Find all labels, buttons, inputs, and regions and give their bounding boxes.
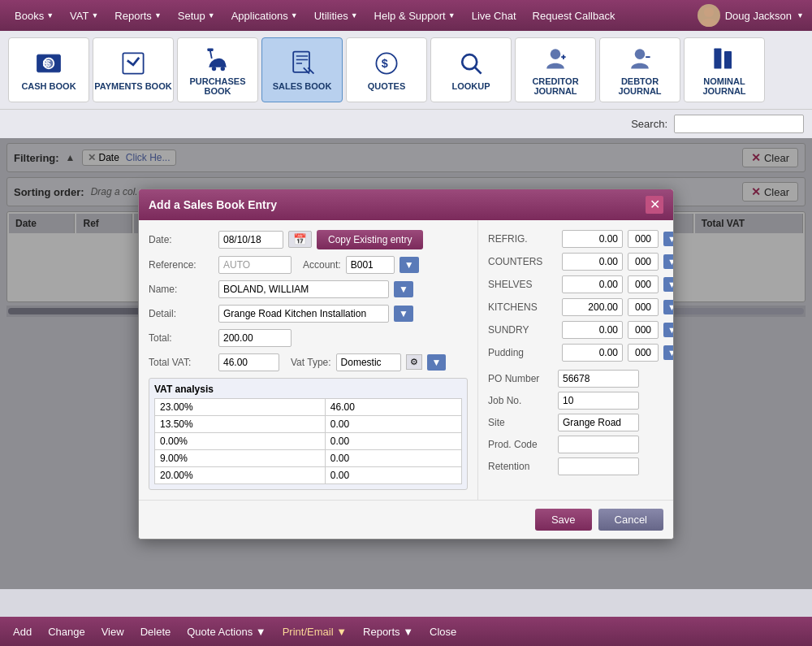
search-input[interactable] [674, 115, 804, 133]
bottom-print-email[interactable]: Print/Email ▼ [276, 623, 353, 640]
vat-rate: 13.50% [155, 415, 326, 432]
date-label: Date: [149, 234, 214, 245]
nav-live-chat[interactable]: Live Chat [465, 7, 523, 25]
po-field-input[interactable] [558, 414, 639, 431]
dialog-close-button[interactable]: ✕ [646, 196, 663, 214]
right-field-label: COUNTERS [488, 256, 557, 267]
right-field-input[interactable] [562, 344, 623, 362]
vat-type-special[interactable]: ⚙ [406, 354, 422, 370]
right-field-code[interactable] [628, 321, 659, 339]
nav-utilities[interactable]: Utilities ▼ [308, 7, 365, 25]
right-field-dropdown[interactable]: ▼ [663, 323, 674, 337]
right-field-dropdown[interactable]: ▼ [663, 254, 674, 269]
vat-row: 0.00%0.00 [155, 432, 462, 449]
icon-lookup[interactable]: LOOKUP [430, 37, 512, 102]
reference-label: Reference: [149, 259, 214, 271]
right-field-input[interactable] [562, 275, 623, 293]
po-field-input[interactable] [558, 436, 639, 453]
bottom-delete[interactable]: Delete [134, 623, 178, 640]
icon-debtor-journal[interactable]: DEBTOR JOURNAL [599, 37, 680, 102]
account-dropdown[interactable]: ▼ [400, 257, 419, 273]
icon-cash-book[interactable]: $$ CASH BOOK [8, 37, 89, 102]
dialog-right: REFRIG. ▼ COUNTERS ▼ SHELVES ▼ KITCHENS … [478, 220, 673, 500]
total-vat-input[interactable] [218, 353, 279, 371]
detail-dropdown[interactable]: ▼ [394, 306, 413, 322]
date-picker-button[interactable]: 📅 [288, 231, 312, 248]
svg-rect-10 [207, 48, 213, 51]
total-input[interactable] [218, 329, 292, 347]
po-field-input[interactable] [558, 370, 639, 388]
nav-books-arrow: ▼ [46, 11, 54, 20]
icon-purchases-book[interactable]: PURCHASES BOOK [177, 37, 258, 102]
icon-payments-book[interactable]: PAYMENTS BOOK [93, 37, 174, 102]
icon-creditor-journal[interactable]: CREDITOR JOURNAL [515, 37, 596, 102]
vat-type-dropdown[interactable]: ▼ [427, 354, 447, 371]
user-avatar [698, 4, 720, 27]
dialog-header: Add a Sales Book Entry ✕ [139, 189, 673, 220]
nav-utilities-arrow: ▼ [351, 11, 358, 20]
right-field-dropdown[interactable]: ▼ [663, 277, 674, 292]
bottom-add[interactable]: Add [6, 623, 38, 640]
vat-row: 20.00%0.00 [155, 466, 462, 483]
bottom-view[interactable]: View [95, 623, 131, 640]
nav-reports[interactable]: Reports ▼ [108, 7, 167, 25]
bottom-close[interactable]: Close [423, 623, 463, 640]
nav-vat[interactable]: VAT ▼ [63, 7, 105, 25]
bottom-change[interactable]: Change [41, 623, 92, 640]
reference-account-row: Reference: Account: ▼ [149, 256, 468, 274]
right-field-input[interactable] [562, 298, 623, 316]
right-fields: REFRIG. ▼ COUNTERS ▼ SHELVES ▼ KITCHENS … [488, 230, 663, 362]
right-field-code[interactable] [628, 275, 659, 293]
right-field-code[interactable] [628, 298, 659, 316]
vat-type-label: Vat Type: [291, 357, 331, 368]
po-field-input[interactable] [558, 392, 639, 410]
dialog-body: Date: 📅 Copy Existing entry Reference: A… [139, 220, 673, 500]
icon-quotes[interactable]: $ QUOTES [346, 37, 427, 102]
nav-books[interactable]: Books ▼ [8, 7, 60, 25]
nav-applications[interactable]: Applications ▼ [225, 7, 304, 25]
right-field-dropdown[interactable]: ▼ [663, 300, 674, 314]
nav-vat-arrow: ▼ [91, 11, 98, 20]
detail-input[interactable] [218, 305, 389, 323]
po-field-row: Site [488, 414, 663, 431]
date-input[interactable] [218, 231, 283, 249]
svg-point-0 [704, 7, 714, 17]
right-field-label: SUNDRY [488, 324, 557, 336]
right-field-input[interactable] [562, 253, 623, 271]
po-field-input[interactable] [558, 457, 639, 475]
svg-point-8 [212, 67, 216, 71]
icon-sales-book[interactable]: SALES BOOK [261, 37, 343, 102]
user-menu[interactable]: Doug Jackson ▼ [698, 4, 804, 27]
cancel-button[interactable]: Cancel [598, 509, 663, 531]
nav-help[interactable]: Help & Support ▼ [368, 7, 462, 25]
nav-setup[interactable]: Setup ▼ [171, 7, 222, 25]
icon-nominal-journal[interactable]: NOMINAL JOURNAL [684, 37, 765, 102]
account-input[interactable] [346, 256, 395, 274]
total-row: Total: [149, 329, 468, 347]
nav-reports-arrow: ▼ [154, 11, 162, 20]
nav-help-arrow: ▼ [448, 11, 456, 20]
bottom-quote-actions[interactable]: Quote Actions ▼ [180, 623, 272, 640]
right-field-code[interactable] [628, 344, 659, 362]
right-field-input[interactable] [562, 230, 623, 248]
name-input[interactable] [218, 280, 389, 298]
save-button[interactable]: Save [535, 509, 592, 531]
bottom-reports[interactable]: Reports ▼ [356, 623, 420, 640]
right-field-input[interactable] [562, 321, 623, 339]
name-dropdown[interactable]: ▼ [394, 281, 413, 297]
right-field-dropdown[interactable]: ▼ [663, 345, 674, 360]
vat-type-input[interactable] [336, 353, 401, 371]
right-field-code[interactable] [628, 253, 659, 271]
copy-existing-button[interactable]: Copy Existing entry [317, 230, 423, 249]
right-field-code[interactable] [628, 230, 659, 248]
po-field-row: Prod. Code [488, 436, 663, 453]
vat-rate: 9.00% [155, 449, 326, 466]
nav-callback[interactable]: Request Callback [526, 7, 622, 25]
right-field-dropdown[interactable]: ▼ [663, 232, 674, 246]
po-field-label: PO Number [488, 373, 553, 384]
right-field-row: KITCHENS ▼ [488, 298, 663, 316]
reference-input[interactable] [218, 256, 292, 274]
vat-rate: 23.00% [155, 398, 326, 415]
po-field-row: PO Number [488, 370, 663, 388]
svg-text:$: $ [382, 57, 388, 70]
